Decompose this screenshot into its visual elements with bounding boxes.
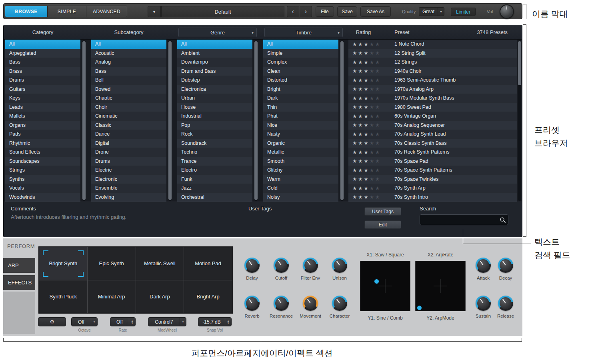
- next-preset-button[interactable]: ›: [300, 6, 312, 17]
- decay-knob[interactable]: [498, 258, 513, 273]
- subcategory-item[interactable]: Bass: [91, 67, 166, 76]
- rating-stars[interactable]: ★★★★★: [352, 149, 390, 155]
- preset-row[interactable]: ★★★★★12 String Split: [348, 49, 517, 58]
- rating-stars[interactable]: ★★★★★: [352, 50, 390, 56]
- preset-menu-button[interactable]: ▾: [148, 6, 161, 17]
- subcategory-column-header[interactable]: Subcategory: [91, 29, 166, 35]
- perform-pad[interactable]: Minimal Arp: [88, 280, 136, 313]
- category-item[interactable]: Keys: [5, 94, 80, 103]
- category-item[interactable]: Pads: [5, 130, 80, 139]
- scrollbar-thumb[interactable]: [168, 41, 172, 200]
- genre-column-dropdown[interactable]: Genre ▾: [178, 28, 257, 37]
- category-scrollbar[interactable]: [82, 40, 86, 201]
- genre-item[interactable]: Dubstep: [177, 76, 252, 85]
- timbre-item[interactable]: Simple: [263, 49, 338, 58]
- category-item[interactable]: Organs: [5, 121, 80, 130]
- timbre-item[interactable]: Nasty: [263, 130, 338, 139]
- subcategory-item[interactable]: Analog: [91, 58, 166, 67]
- category-item[interactable]: Bass: [5, 58, 80, 67]
- edit-button[interactable]: Edit: [364, 220, 401, 229]
- category-item[interactable]: Drums: [5, 76, 80, 85]
- reverb-knob[interactable]: [244, 296, 260, 311]
- previous-preset-button[interactable]: ‹: [287, 6, 299, 17]
- genre-scrollbar[interactable]: [254, 40, 258, 201]
- tab-perform[interactable]: PERFORM: [7, 243, 35, 249]
- timbre-item[interactable]: Cold: [263, 184, 338, 193]
- character-knob[interactable]: [332, 296, 347, 311]
- genre-item[interactable]: Drum and Bass: [177, 67, 252, 76]
- save-as-button[interactable]: Save As: [360, 6, 391, 17]
- rating-column-header[interactable]: Rating: [348, 29, 378, 35]
- timbre-scrollbar[interactable]: [340, 40, 344, 201]
- subcategory-item[interactable]: Choir: [91, 103, 166, 112]
- subcategory-item[interactable]: Drums: [91, 157, 166, 166]
- rating-stars[interactable]: ★★★★★: [352, 104, 390, 110]
- preset-row[interactable]: ★★★★★70s Analog Sequencer: [348, 121, 517, 130]
- category-item[interactable]: Synths: [5, 175, 80, 184]
- snap-vol-stepper[interactable]: -15.7 dB▴▾: [198, 317, 232, 326]
- genre-item[interactable]: Downtempo: [177, 58, 252, 67]
- category-item[interactable]: Sound Effects: [5, 148, 80, 157]
- genre-item[interactable]: Jazz: [177, 184, 252, 193]
- genre-item[interactable]: Electronica: [177, 85, 252, 94]
- preset-row[interactable]: ★★★★★1940s Choir: [348, 67, 517, 76]
- tab-arp[interactable]: ARP: [3, 258, 35, 273]
- perform-pad[interactable]: Metallic Swell: [136, 247, 184, 280]
- timbre-item[interactable]: Warm: [263, 175, 338, 184]
- rating-stars[interactable]: ★★★★★: [352, 95, 390, 101]
- category-item[interactable]: Brass: [5, 67, 80, 76]
- subcategory-item[interactable]: Dance: [91, 130, 166, 139]
- limiter-button[interactable]: Limiter: [451, 8, 476, 16]
- attack-knob[interactable]: [476, 258, 491, 273]
- preset-row[interactable]: ★★★★★70s Space Twinkles: [348, 175, 517, 184]
- rating-stars[interactable]: ★★★★★: [352, 167, 390, 173]
- xy-handle[interactable]: [417, 306, 422, 310]
- category-item[interactable]: Vocals: [5, 184, 80, 193]
- preset-scrollbar[interactable]: [518, 40, 521, 201]
- subcategory-item[interactable]: Evolving: [91, 193, 166, 202]
- genre-item[interactable]: Funk: [177, 175, 252, 184]
- subcategory-item[interactable]: Digital: [91, 139, 166, 148]
- perform-pad[interactable]: Epic Synth: [88, 247, 136, 280]
- genre-item[interactable]: Urban: [177, 94, 252, 103]
- genre-item[interactable]: All: [177, 40, 252, 49]
- save-button[interactable]: Save: [337, 6, 357, 17]
- genre-item[interactable]: Soundtrack: [177, 139, 252, 148]
- category-item[interactable]: All: [5, 40, 80, 49]
- octave-dropdown[interactable]: Off▾: [71, 317, 98, 326]
- tab-browse[interactable]: BROWSE: [5, 6, 48, 17]
- preset-row[interactable]: ★★★★★70s Space Synth Patterns: [348, 166, 517, 175]
- rating-stars[interactable]: ★★★★★: [352, 113, 390, 119]
- category-column-header[interactable]: Category: [5, 29, 80, 35]
- category-item[interactable]: Rhythmic: [5, 139, 80, 148]
- release-knob[interactable]: [498, 296, 513, 311]
- scrollbar-thumb[interactable]: [254, 41, 258, 200]
- preset-row[interactable]: ★★★★★70s Rock Synth Patterns: [348, 148, 517, 157]
- movement-knob[interactable]: [303, 296, 318, 311]
- category-item[interactable]: Guitars: [5, 85, 80, 94]
- subcategory-item[interactable]: Electronic: [91, 175, 166, 184]
- category-item[interactable]: Woodwinds: [5, 193, 80, 202]
- subcategory-item[interactable]: Chaotic: [91, 94, 166, 103]
- search-input[interactable]: [420, 215, 508, 225]
- rating-stars[interactable]: ★★★★★: [352, 86, 390, 92]
- preset-row[interactable]: ★★★★★1963 Semi-Acoustic Thumb: [348, 76, 517, 85]
- genre-item[interactable]: Techno: [177, 148, 252, 157]
- rating-stars[interactable]: ★★★★★: [352, 68, 390, 74]
- subcategory-item[interactable]: Bowed: [91, 85, 166, 94]
- timbre-item[interactable]: Dark: [263, 94, 338, 103]
- timbre-column-dropdown[interactable]: Timbre ▾: [264, 28, 343, 37]
- rate-stepper[interactable]: Off▴▾: [110, 317, 136, 326]
- category-item[interactable]: Leads: [5, 103, 80, 112]
- preset-name-display[interactable]: Default: [161, 6, 284, 17]
- volume-knob[interactable]: [500, 4, 514, 19]
- timbre-item[interactable]: Bright: [263, 85, 338, 94]
- timbre-item[interactable]: Organic: [263, 139, 338, 148]
- scrollbar-thumb[interactable]: [518, 41, 521, 85]
- timbre-item[interactable]: Noisy: [263, 193, 338, 202]
- file-button[interactable]: File: [316, 6, 334, 17]
- timbre-item[interactable]: Complex: [263, 58, 338, 67]
- preset-row[interactable]: ★★★★★70s Analog Synth Lead: [348, 130, 517, 139]
- preset-row[interactable]: ★★★★★12 Strings: [348, 58, 517, 67]
- settings-button[interactable]: ⚙: [38, 317, 66, 326]
